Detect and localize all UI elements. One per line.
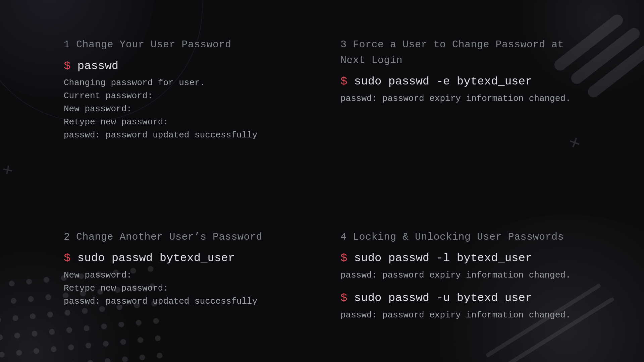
prompt-symbol: $	[340, 75, 347, 88]
section-4-command-1: $ sudo passwd -l bytexd_user	[340, 251, 604, 266]
prompt-symbol: $	[64, 60, 70, 72]
section-4-command-1-text: sudo passwd -l bytexd_user	[354, 252, 532, 264]
prompt-symbol: $	[340, 252, 347, 264]
section-4-heading: 4 Locking & Unlocking User Passwords	[340, 229, 582, 245]
section-4-output-1: passwd: password expiry information chan…	[340, 269, 604, 282]
section-4-output-2: passwd: password expiry information chan…	[340, 309, 604, 322]
section-4: 4 Locking & Unlocking User Passwords $ s…	[340, 229, 604, 362]
section-2-output-1: New password: Retype new password: passw…	[64, 269, 327, 308]
section-3-heading: 3 Force a User to Change Password at Nex…	[340, 37, 582, 68]
section-2-command-1-text: sudo passwd bytexd_user	[77, 252, 235, 264]
section-3-output-1: passwd: password expiry information chan…	[340, 92, 604, 105]
prompt-symbol: $	[340, 292, 347, 304]
section-1-command-1: $ passwd	[64, 59, 327, 74]
section-3-command-1: $ sudo passwd -e bytexd_user	[340, 74, 604, 89]
section-2-command-1: $ sudo passwd bytexd_user	[64, 251, 327, 266]
content-grid: 1 Change Your User Password $ passwd Cha…	[0, 0, 644, 362]
section-4-command-2-text: sudo passwd -u bytexd_user	[354, 292, 532, 304]
section-1-heading: 1 Change Your User Password	[64, 37, 305, 53]
section-2-heading: 2 Change Another User’s Password	[64, 229, 305, 245]
section-3: 3 Force a User to Change Password at Nex…	[340, 37, 604, 182]
section-1-command-1-text: passwd	[77, 60, 118, 72]
prompt-symbol: $	[64, 252, 70, 264]
section-2: 2 Change Another User’s Password $ sudo …	[64, 229, 327, 362]
section-1-output-1: Changing password for user. Current pass…	[64, 76, 327, 142]
section-4-command-2: $ sudo passwd -u bytexd_user	[340, 291, 604, 306]
section-1: 1 Change Your User Password $ passwd Cha…	[64, 37, 327, 182]
section-3-command-1-text: sudo passwd -e bytexd_user	[354, 75, 532, 88]
